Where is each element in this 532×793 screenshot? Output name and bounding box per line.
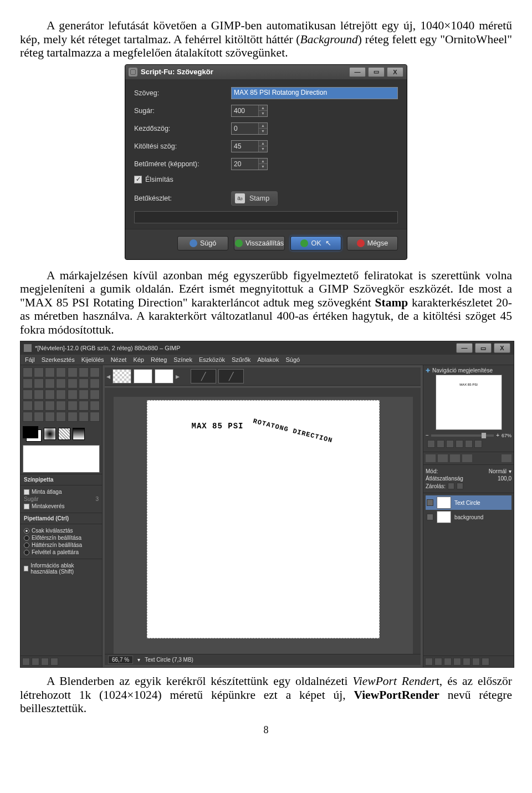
tool-button[interactable]: [56, 412, 66, 422]
ok-button[interactable]: OK↖: [290, 236, 341, 250]
layer-row[interactable]: Text Circle: [426, 495, 511, 510]
icon-button[interactable]: [434, 658, 442, 666]
icon-button[interactable]: [465, 440, 473, 448]
icon-button[interactable]: [463, 658, 470, 666]
radius-spin[interactable]: ▲▼: [231, 105, 268, 117]
eye-icon[interactable]: [427, 499, 433, 506]
checkbox[interactable]: [24, 489, 29, 495]
tool-button[interactable]: [34, 401, 44, 411]
gradient-swatch[interactable]: [73, 428, 85, 440]
zoom-field[interactable]: 66,7 %: [108, 656, 133, 664]
startangle-input[interactable]: [232, 123, 258, 134]
tool-button[interactable]: [45, 401, 55, 411]
tool-button[interactable]: [34, 412, 44, 422]
fillangle-spin[interactable]: ▲▼: [231, 140, 268, 152]
icon-button[interactable]: [444, 658, 452, 666]
image-thumb[interactable]: [112, 369, 131, 383]
tab-icon[interactable]: [426, 454, 436, 462]
tool-button[interactable]: [68, 412, 78, 422]
tab-icon[interactable]: [450, 454, 460, 462]
brush-preview[interactable]: ╱: [191, 369, 216, 383]
tool-button[interactable]: [34, 378, 44, 388]
zoom-slider[interactable]: [431, 434, 494, 437]
icon-button[interactable]: [474, 440, 482, 448]
tool-button[interactable]: [45, 367, 55, 377]
menu-item[interactable]: Súgó: [285, 356, 300, 363]
fontsize-input[interactable]: [232, 158, 258, 170]
mode-value[interactable]: Normál: [489, 468, 507, 474]
tool-button[interactable]: [90, 367, 100, 377]
opacity-value[interactable]: 100,0: [498, 475, 511, 482]
close-button[interactable]: X: [387, 67, 403, 77]
radio[interactable]: [24, 543, 29, 548]
tool-button[interactable]: [90, 412, 100, 422]
tool-button[interactable]: [45, 390, 55, 400]
lock-icon[interactable]: [457, 483, 463, 489]
ruler-vertical[interactable]: [105, 397, 114, 654]
tool-button[interactable]: [68, 390, 78, 400]
spin-down[interactable]: ▼: [259, 164, 267, 170]
lock-icon[interactable]: [448, 483, 454, 489]
spin-down[interactable]: ▼: [259, 129, 267, 134]
tool-button[interactable]: [79, 401, 89, 411]
eye-icon[interactable]: [427, 514, 433, 520]
spin-up[interactable]: ▲: [259, 123, 267, 129]
tool-button[interactable]: [56, 401, 66, 411]
tool-button[interactable]: [68, 378, 78, 388]
icon-button[interactable]: [425, 658, 433, 666]
layer-row[interactable]: background: [426, 510, 511, 524]
menu-item[interactable]: Szűrők: [232, 356, 250, 363]
brush-swatch[interactable]: [44, 428, 56, 440]
tool-button[interactable]: [23, 390, 33, 400]
tool-button[interactable]: [23, 367, 33, 377]
layer-name[interactable]: background: [454, 514, 483, 520]
menu-item[interactable]: Színek: [173, 356, 192, 363]
icon-button[interactable]: [453, 658, 461, 666]
minimize-button[interactable]: —: [349, 67, 366, 77]
tool-button[interactable]: [23, 412, 33, 422]
menu-item[interactable]: Réteg: [151, 356, 167, 363]
minimize-button[interactable]: —: [456, 343, 473, 353]
checkbox[interactable]: [24, 566, 28, 571]
tab-icon[interactable]: [502, 454, 511, 462]
maximize-button[interactable]: ▭: [368, 67, 385, 77]
radius-input[interactable]: [232, 105, 258, 116]
menu-item[interactable]: Kijelölés: [81, 356, 104, 363]
icon-button[interactable]: [32, 658, 39, 666]
menu-item[interactable]: Kép: [133, 356, 144, 363]
layer-name[interactable]: Text Circle: [454, 500, 480, 506]
ruler-horizontal[interactable]: [105, 388, 421, 397]
menubar[interactable]: Fájl Szerkesztés Kijelölés Nézet Kép Rét…: [21, 355, 514, 365]
menu-item[interactable]: Szerkesztés: [42, 356, 75, 363]
dialog-titlebar[interactable]: Script-Fu: Szövegkör — ▭ X: [125, 65, 407, 79]
tool-button[interactable]: [68, 401, 78, 411]
reset-button[interactable]: Visszaállítás: [234, 236, 285, 250]
cancel-button[interactable]: Mégse: [347, 236, 398, 250]
icon-button[interactable]: [50, 658, 58, 666]
fg-swatch[interactable]: [23, 426, 38, 438]
tool-button[interactable]: [56, 378, 66, 388]
icon-button[interactable]: [482, 658, 489, 666]
scrollbar-vertical[interactable]: [413, 397, 421, 654]
next-icon[interactable]: ▸: [176, 372, 180, 381]
startangle-spin[interactable]: ▲▼: [231, 122, 268, 135]
tab-icon[interactable]: [462, 454, 472, 462]
tool-button[interactable]: [56, 390, 66, 400]
tool-button[interactable]: [68, 367, 78, 377]
fillangle-input[interactable]: [232, 141, 258, 152]
icon-button[interactable]: [41, 658, 49, 666]
spin-up[interactable]: ▲: [259, 105, 267, 111]
image-thumb[interactable]: [134, 369, 152, 383]
close-button[interactable]: X: [494, 343, 510, 353]
maximize-button[interactable]: ▭: [475, 343, 492, 353]
spin-down[interactable]: ▼: [259, 146, 267, 152]
checkbox[interactable]: [24, 504, 29, 509]
radio[interactable]: [24, 528, 29, 534]
icon-button[interactable]: [22, 658, 30, 666]
image-thumb[interactable]: [155, 369, 173, 383]
radio[interactable]: [24, 535, 29, 541]
tool-button[interactable]: [23, 401, 33, 411]
canvas-area[interactable]: MAX 85 PSI ROTATONG DIRECTION: [114, 397, 413, 654]
tool-button[interactable]: [45, 378, 55, 388]
tool-button[interactable]: [45, 412, 55, 422]
